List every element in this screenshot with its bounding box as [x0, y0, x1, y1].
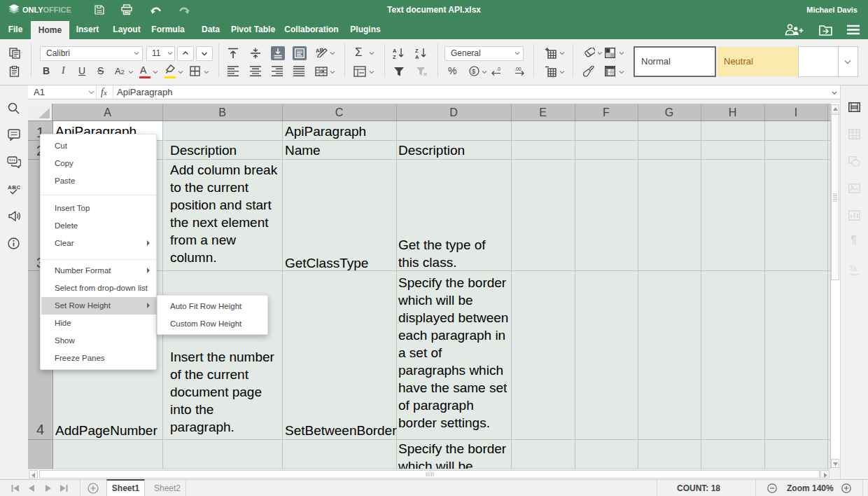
svg-text:$: $	[472, 67, 476, 75]
svg-text:A: A	[415, 54, 419, 60]
svg-text:Z: Z	[393, 54, 396, 60]
svg-text:Ta: Ta	[849, 265, 857, 273]
svg-text:.0: .0	[496, 67, 500, 71]
svg-text:.00: .00	[514, 67, 522, 71]
svg-text:ABC: ABC	[8, 184, 20, 191]
